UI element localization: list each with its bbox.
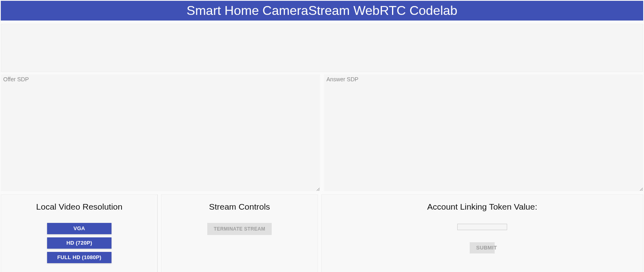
- vga-button[interactable]: VGA: [47, 223, 111, 234]
- resolution-title: Local Video Resolution: [5, 202, 153, 212]
- page-header: Smart Home CameraStream WebRTC Codelab: [1, 1, 643, 21]
- answer-sdp-textarea[interactable]: [324, 74, 643, 191]
- terminate-stream-button[interactable]: TERMINATE STREAM: [207, 223, 272, 235]
- hd-720p-button[interactable]: HD (720P): [47, 237, 111, 249]
- resolution-buttons: VGA HD (720P) FULL HD (1080P): [5, 223, 153, 263]
- full-hd-1080p-button[interactable]: FULL HD (1080P): [47, 252, 111, 263]
- controls-row: Local Video Resolution VGA HD (720P) FUL…: [1, 194, 643, 272]
- token-panel: Account Linking Token Value: SUBMIT: [321, 194, 643, 272]
- offer-sdp-textarea[interactable]: [1, 74, 320, 191]
- submit-button[interactable]: SUBMIT: [470, 242, 495, 253]
- video-preview-area: [1, 24, 643, 72]
- stream-controls-panel: Stream Controls TERMINATE STREAM: [161, 194, 318, 272]
- page-title: Smart Home CameraStream WebRTC Codelab: [187, 3, 458, 18]
- token-title: Account Linking Token Value:: [326, 202, 639, 212]
- sdp-row: [1, 74, 643, 191]
- stream-controls-title: Stream Controls: [165, 202, 314, 212]
- resolution-panel: Local Video Resolution VGA HD (720P) FUL…: [1, 194, 158, 272]
- token-input[interactable]: [457, 224, 507, 230]
